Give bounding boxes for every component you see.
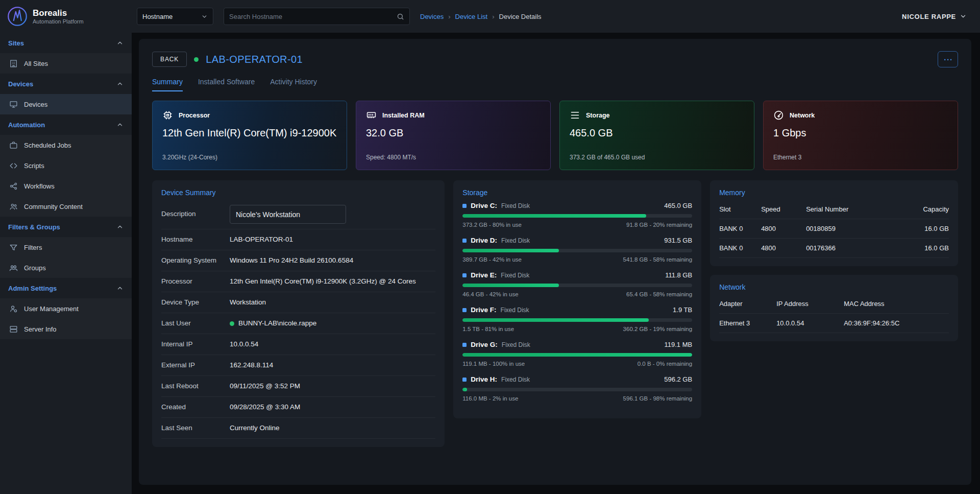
drive-usage-bar: [462, 353, 692, 357]
search-filter-dropdown[interactable]: Hostname: [137, 8, 213, 25]
summary-row-hostname: Hostname LAB-OPERATOR-01: [161, 229, 435, 250]
filter-icon: [9, 243, 18, 252]
sidebar-item-scheduled-jobs[interactable]: Scheduled Jobs: [0, 135, 132, 155]
drive-h: Drive H: Fixed Disk 596.2 GB 116.0 MB - …: [462, 375, 692, 402]
stat-value: 12th Gen Intel(R) Core(TM) i9-12900K: [162, 127, 337, 139]
card-title: Device Summary: [161, 189, 435, 197]
drive-usage-fill: [462, 318, 648, 322]
monitor-icon: [9, 100, 18, 109]
device-header: BACK LAB-OPERATOR-01 ⋯: [152, 51, 958, 67]
storage-card: Storage Drive C: Fixed Disk 465.0 GB 373…: [453, 180, 701, 418]
sidebar-item-scripts[interactable]: Scripts: [0, 155, 132, 176]
sidebar-item-label: Server Info: [24, 325, 57, 333]
search-icon[interactable]: [397, 13, 404, 20]
drive-used-text: 373.2 GB - 80% in use: [462, 222, 522, 228]
brand-name: Borealis: [33, 8, 84, 18]
drive-usage-bar: [462, 318, 692, 322]
brand-text: Borealis Automation Platform: [33, 8, 84, 25]
drive-d: Drive D: Fixed Disk 931.5 GB 389.7 GB - …: [462, 237, 692, 263]
sidebar-item-workflows[interactable]: Workflows: [0, 176, 132, 196]
drive-usage-fill: [462, 284, 559, 287]
breadcrumb-devices[interactable]: Devices: [420, 13, 444, 20]
sidebar-item-label: Filters: [24, 244, 42, 251]
topbar: Hostname Devices › Device List › Device …: [132, 0, 980, 33]
drive-usage-bar: [462, 214, 692, 218]
chevron-up-icon: [116, 285, 124, 292]
sidebar-item-server-info[interactable]: Server Info: [0, 319, 132, 339]
sidebar-item-filters[interactable]: Filters: [0, 237, 132, 257]
chevron-down-icon: [960, 13, 967, 20]
summary-row-created: Created 09/28/2025 @ 3:30 AM: [161, 397, 435, 418]
building-icon: [9, 59, 18, 68]
online-status-dot: [194, 57, 199, 62]
drive-usage-fill: [462, 388, 467, 391]
drive-bullet-icon: [462, 204, 467, 208]
section-label: Automation: [8, 121, 45, 129]
memory-table-row: BANK 0 4800 00176366 16.0 GB: [719, 239, 949, 258]
drive-bullet-icon: [462, 308, 467, 312]
chevron-up-icon: [116, 80, 124, 87]
description-input[interactable]: [230, 205, 346, 224]
right-column: Memory Slot Speed Serial Number Capacity…: [710, 180, 958, 341]
more-actions-button[interactable]: ⋯: [938, 51, 958, 67]
drive-remaining-text: 596.1 GB - 98% remaining: [623, 395, 693, 402]
card-title: Storage: [462, 189, 692, 197]
memory-card: Memory Slot Speed Serial Number Capacity…: [710, 180, 958, 266]
sidebar-item-groups[interactable]: Groups: [0, 257, 132, 278]
breadcrumb-device-list[interactable]: Device List: [455, 13, 488, 20]
sidebar-item-all-sites[interactable]: All Sites: [0, 53, 132, 74]
sidebar-section-filters-groups[interactable]: Filters & Groups: [0, 217, 132, 237]
drive-bullet-icon: [462, 273, 467, 277]
sidebar-section-admin-settings[interactable]: Admin Settings: [0, 278, 132, 298]
back-button[interactable]: BACK: [152, 52, 187, 67]
stat-card-network: Network 1 Gbps Ethernet 3: [763, 101, 958, 170]
chevron-up-icon: [116, 223, 124, 230]
stat-subtext: 3.20GHz (24-Cores): [162, 154, 337, 161]
briefcase-icon: [9, 141, 18, 150]
device-details-panel: BACK LAB-OPERATOR-01 ⋯ Summary Installed…: [139, 39, 971, 485]
sidebar-item-label: Workflows: [24, 182, 55, 190]
stat-card-installed-ram: Installed RAM 32.0 GB Speed: 4800 MT/s: [356, 101, 551, 170]
app-root: Borealis Automation Platform Sites All S…: [0, 0, 980, 494]
sidebar-item-label: Devices: [24, 101, 47, 108]
drive-used-text: 389.7 GB - 42% in use: [462, 256, 522, 263]
section-label: Admin Settings: [8, 285, 57, 292]
drive-f: Drive F: Fixed Disk 1.9 TB 1.5 TB - 81% …: [462, 306, 692, 332]
people-icon: [9, 202, 18, 211]
search-box: [224, 8, 410, 25]
search-input[interactable]: [229, 13, 393, 20]
drive-usage-fill: [462, 353, 692, 357]
sidebar-section-devices[interactable]: Devices: [0, 74, 132, 94]
ram-icon: [366, 110, 377, 121]
main-area: Hostname Devices › Device List › Device …: [132, 0, 980, 494]
summary-row-internal-ip: Internal IP 10.0.0.54: [161, 334, 435, 355]
sidebar-item-label: Scheduled Jobs: [24, 142, 71, 149]
tab-summary[interactable]: Summary: [152, 78, 183, 91]
drive-remaining-text: 360.2 GB - 19% remaining: [623, 326, 693, 332]
summary-row-last-seen: Last Seen Currently Online: [161, 418, 435, 439]
network-table-row: Ethernet 3 10.0.0.54 A0:36:9F:94:26:5C: [719, 314, 949, 333]
sidebar-section-automation[interactable]: Automation: [0, 114, 132, 135]
tab-installed-software[interactable]: Installed Software: [198, 78, 255, 91]
drive-remaining-text: 0.0 B - 0% remaining: [638, 361, 692, 367]
chevron-up-icon: [116, 39, 124, 46]
summary-row-last-reboot: Last Reboot 09/11/2025 @ 3:52 PM: [161, 376, 435, 397]
sidebar-item-label: Community Content: [24, 203, 83, 210]
sidebar-item-user-management[interactable]: User Management: [0, 298, 132, 319]
tab-activity-history[interactable]: Activity History: [270, 78, 317, 91]
user-menu[interactable]: NICOLE RAPPE: [902, 13, 967, 20]
sidebar-item-devices[interactable]: Devices: [0, 94, 132, 114]
summary-row-device-type: Device Type Workstation: [161, 292, 435, 313]
sidebar-section-sites[interactable]: Sites: [0, 33, 132, 53]
network-card: Network Adapter IP Address MAC Address E…: [710, 275, 958, 341]
sidebar-item-label: Groups: [24, 264, 46, 272]
code-icon: [9, 161, 18, 170]
detail-columns: Device Summary Description Hostname LAB-…: [152, 180, 958, 447]
drive-c: Drive C: Fixed Disk 465.0 GB 373.2 GB - …: [462, 202, 692, 228]
workflow-icon: [9, 182, 18, 191]
borealis-logo: [7, 6, 28, 27]
brand-header: Borealis Automation Platform: [0, 0, 132, 33]
sidebar-item-community-content[interactable]: Community Content: [0, 196, 132, 217]
section-label: Devices: [8, 80, 33, 88]
dropdown-value: Hostname: [142, 13, 173, 20]
